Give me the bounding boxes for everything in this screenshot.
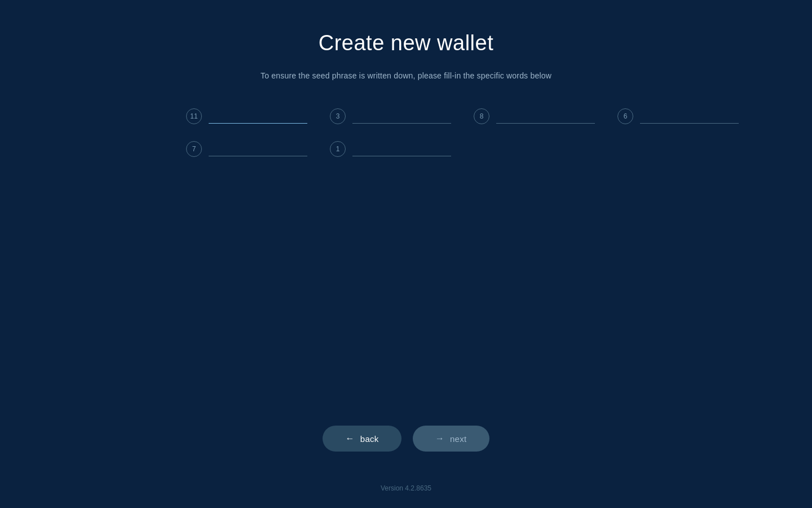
fields-container: 11 3 8 6 7 1: [186, 108, 626, 157]
field-number-8: 8: [474, 108, 489, 124]
field-number-7: 7: [186, 141, 202, 157]
field-input-6[interactable]: [640, 110, 739, 124]
field-group-11: 11: [186, 108, 307, 124]
field-group-6: 6: [617, 108, 739, 124]
back-arrow-icon: ←: [345, 433, 354, 444]
version-text: Version 4.2.8635: [381, 484, 431, 492]
field-number-1: 1: [330, 141, 346, 157]
field-number-3: 3: [330, 108, 346, 124]
field-number-11: 11: [186, 108, 202, 124]
next-arrow-icon: →: [435, 433, 444, 444]
field-group-1: 1: [330, 141, 451, 157]
back-button[interactable]: ← back: [323, 426, 401, 452]
field-number-6: 6: [617, 108, 633, 124]
field-group-8: 8: [474, 108, 595, 124]
page-subtitle: To ensure the seed phrase is written dow…: [261, 71, 551, 80]
back-button-label: back: [360, 434, 379, 444]
field-input-11[interactable]: [209, 110, 307, 124]
next-button-label: next: [450, 434, 467, 444]
next-button[interactable]: → next: [413, 426, 489, 452]
field-input-3[interactable]: [352, 110, 451, 124]
field-input-8[interactable]: [496, 110, 595, 124]
field-input-7[interactable]: [209, 142, 307, 156]
field-input-1[interactable]: [352, 142, 451, 156]
buttons-area: ← back → next: [323, 426, 489, 452]
page-title: Create new wallet: [319, 31, 494, 55]
field-group-3: 3: [330, 108, 451, 124]
fields-row-1: 11 3 8 6: [186, 108, 626, 124]
fields-row-2: 7 1: [186, 141, 626, 157]
field-group-7: 7: [186, 141, 307, 157]
